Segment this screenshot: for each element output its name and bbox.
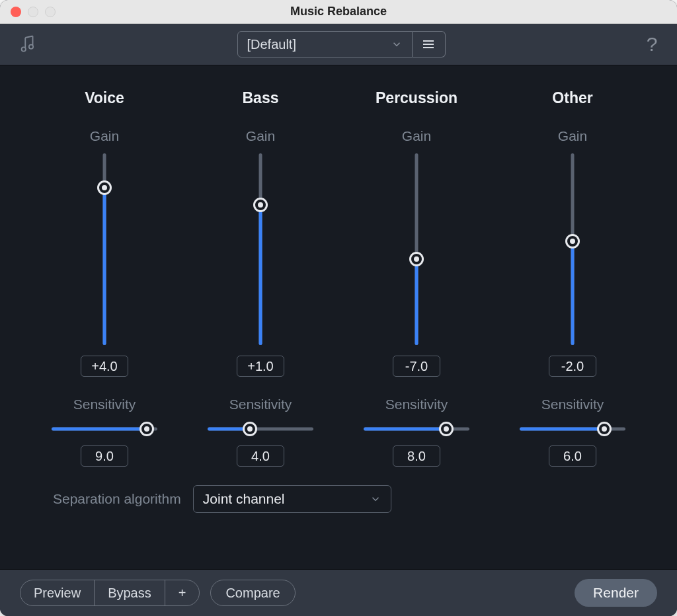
separation-select[interactable]: Joint channel: [193, 485, 391, 513]
compare-button[interactable]: Compare: [210, 580, 295, 606]
sensitivity-slider[interactable]: [208, 422, 313, 436]
sensitivity-value[interactable]: 4.0: [237, 445, 284, 467]
gain-value[interactable]: -7.0: [393, 356, 440, 377]
separation-value: Joint channel: [203, 491, 285, 507]
gain-value[interactable]: -2.0: [549, 356, 596, 377]
sensitivity-slider-thumb[interactable]: [439, 422, 454, 436]
window-close-button[interactable]: [11, 7, 21, 17]
bypass-button[interactable]: Bypass: [95, 580, 165, 605]
titlebar: Music Rebalance: [0, 0, 677, 24]
module-icon: [13, 34, 42, 54]
gain-value[interactable]: +1.0: [237, 356, 284, 377]
channel-bass: Bass Gain +1.0 Sensitivity 4.0: [189, 89, 332, 467]
help-button[interactable]: ?: [640, 33, 664, 56]
gain-label: Gain: [402, 128, 431, 144]
header-bar: [Default] ?: [0, 24, 677, 65]
separation-row: Separation algorithm Joint channel: [33, 485, 644, 513]
separation-label: Separation algorithm: [53, 491, 181, 507]
window-zoom-button[interactable]: [45, 7, 56, 17]
sensitivity-value[interactable]: 6.0: [549, 445, 596, 467]
sensitivity-value[interactable]: 9.0: [81, 445, 128, 467]
sensitivity-label: Sensitivity: [385, 397, 448, 412]
gain-slider[interactable]: [566, 153, 579, 345]
sensitivity-label: Sensitivity: [73, 397, 136, 412]
render-button[interactable]: Render: [575, 579, 657, 607]
preset-select[interactable]: [Default]: [237, 31, 413, 58]
channel-title: Bass: [243, 89, 279, 107]
gain-label: Gain: [558, 128, 587, 144]
sensitivity-slider[interactable]: [52, 422, 157, 436]
gain-slider-thumb[interactable]: [565, 234, 580, 249]
sensitivity-slider-thumb[interactable]: [597, 422, 612, 436]
window-minimize-button[interactable]: [28, 7, 38, 17]
main-panel: Voice Gain +4.0 Sensitivity 9.0 Bass Gai…: [0, 65, 677, 570]
footer-bar: Preview Bypass + Compare Render: [0, 570, 677, 616]
sensitivity-value[interactable]: 8.0: [393, 445, 440, 467]
gain-slider[interactable]: [410, 153, 423, 345]
gain-slider[interactable]: [98, 153, 111, 345]
sensitivity-slider[interactable]: [520, 422, 625, 436]
gain-label: Gain: [246, 128, 275, 144]
gain-label: Gain: [90, 128, 119, 144]
sensitivity-slider[interactable]: [364, 422, 469, 436]
gain-slider-thumb[interactable]: [409, 252, 424, 266]
preview-button[interactable]: Preview: [20, 580, 95, 605]
add-button[interactable]: +: [165, 580, 200, 605]
preset-menu-button[interactable]: [413, 31, 446, 58]
preset-value: [Default]: [247, 37, 296, 52]
channel-other: Other Gain -2.0 Sensitivity 6.0: [501, 89, 644, 467]
channels-row: Voice Gain +4.0 Sensitivity 9.0 Bass Gai…: [33, 89, 644, 467]
channel-title: Voice: [85, 89, 124, 107]
svg-point-1: [29, 45, 33, 49]
gain-value[interactable]: +4.0: [81, 356, 128, 377]
gain-slider-thumb[interactable]: [253, 198, 268, 212]
gain-slider-thumb[interactable]: [97, 180, 112, 195]
sensitivity-label: Sensitivity: [229, 397, 292, 412]
chevron-down-icon: [370, 493, 381, 505]
sensitivity-label: Sensitivity: [541, 397, 604, 412]
channel-title: Percussion: [376, 89, 458, 107]
chevron-down-icon: [391, 38, 403, 50]
header-center: [Default]: [42, 31, 640, 58]
channel-percussion: Percussion Gain -7.0 Sensitivity 8.0: [345, 89, 488, 467]
svg-point-0: [22, 47, 26, 51]
window: Music Rebalance [Default]: [0, 0, 677, 616]
sensitivity-slider-thumb[interactable]: [243, 422, 257, 436]
preview-bypass-group: Preview Bypass +: [20, 580, 200, 606]
gain-slider[interactable]: [254, 153, 267, 345]
window-title: Music Rebalance: [0, 5, 677, 19]
sensitivity-slider-thumb[interactable]: [139, 422, 154, 436]
traffic-lights: [11, 7, 56, 17]
channel-title: Other: [552, 89, 592, 107]
channel-voice: Voice Gain +4.0 Sensitivity 9.0: [33, 89, 176, 467]
